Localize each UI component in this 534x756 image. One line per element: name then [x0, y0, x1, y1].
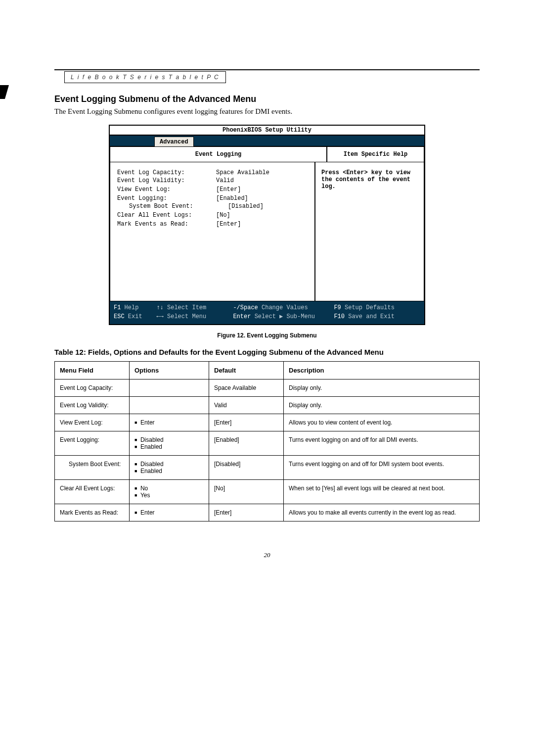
- cell-menu-field: Mark Events as Read:: [55, 504, 130, 521]
- cell-default: [Enabled]: [209, 431, 284, 456]
- bios-setting-label: View Event Log:: [117, 186, 216, 193]
- cell-options: DisabledEnabled: [130, 431, 209, 456]
- cell-default: Valid: [209, 397, 284, 414]
- cell-description: Display only.: [284, 379, 480, 397]
- bios-setting-label: Mark Events as Read:: [117, 221, 216, 228]
- cell-menu-field: Event Log Validity:: [55, 397, 130, 414]
- table-row: System Boot Event:DisabledEnabled[Disabl…: [55, 456, 480, 480]
- bios-setting-value: [Enter]: [216, 186, 241, 193]
- th-default: Default: [209, 362, 284, 379]
- bios-footer-hint: F10 Save and Exit: [334, 312, 416, 321]
- cell-default: Space Available: [209, 379, 284, 397]
- product-header: L i f e B o o k T S e r i e s T a b l e …: [64, 71, 226, 83]
- th-description: Description: [284, 362, 480, 379]
- cell-description: Allows you to make all events currently …: [284, 504, 480, 521]
- bios-settings-pane: Event Log Capacity:Space AvailableEvent …: [110, 162, 315, 301]
- bios-setting-row: Mark Events as Read:[Enter]: [117, 221, 308, 228]
- bios-setting-row: Clear All Event Logs:[No]: [117, 212, 308, 219]
- section-intro: The Event Logging Submenu configures eve…: [54, 107, 480, 116]
- cell-description: When set to [Yes] all event logs will be…: [284, 480, 480, 504]
- bios-footer-hint: ESC Exit: [114, 312, 152, 321]
- top-rule: [54, 69, 480, 70]
- figure-caption: Figure 12. Event Logging Submenu: [54, 332, 480, 339]
- page-number: 20: [54, 551, 480, 559]
- cell-description: Turns event logging on and off for DMI s…: [284, 456, 480, 480]
- bios-setting-row: System Boot Event:[Disabled]: [117, 203, 308, 210]
- bios-setting-label: Event Log Capacity:: [117, 169, 216, 176]
- bios-setting-label: System Boot Event:: [117, 203, 228, 210]
- section-title: Event Logging Submenu of the Advanced Me…: [54, 94, 480, 104]
- document-page: L i f e B o o k T S e r i e s T a b l e …: [0, 0, 534, 589]
- option-item: Enter: [134, 419, 204, 426]
- bios-setting-value: Valid: [216, 177, 234, 184]
- cell-menu-field: Clear All Event Logs:: [55, 480, 130, 504]
- cell-default: [No]: [209, 480, 284, 504]
- bios-footer-hint: ↑↓ Select Item: [156, 303, 229, 312]
- bios-setting-value: [No]: [216, 212, 230, 219]
- cell-default: [Enter]: [209, 504, 284, 521]
- bios-setting-row: Event Log Validity:Valid: [117, 177, 308, 184]
- bios-setting-value: [Enter]: [216, 221, 241, 228]
- cell-default: [Disabled]: [209, 456, 284, 480]
- bios-menubar: Advanced: [110, 136, 424, 146]
- option-item: Enabled: [134, 468, 204, 474]
- bios-setting-label: Event Log Validity:: [117, 177, 216, 184]
- bios-screenshot: PhoenixBIOS Setup Utility Advanced Event…: [109, 125, 425, 325]
- bios-footer-hint: F9 Setup Defaults: [334, 303, 416, 312]
- option-item: Disabled: [134, 436, 204, 443]
- cell-default: [Enter]: [209, 414, 284, 431]
- cell-options: DisabledEnabled: [130, 456, 209, 480]
- table-row: Clear All Event Logs:NoYes[No]When set t…: [55, 480, 480, 504]
- bios-footer-hint: F1 Help: [114, 303, 152, 312]
- bios-footer-hint: -/Space Change Values: [233, 303, 330, 312]
- bios-right-heading: Item Specific Help: [327, 147, 424, 162]
- cell-options: [130, 397, 209, 414]
- cell-options: Enter: [130, 504, 209, 521]
- cell-options: [130, 379, 209, 397]
- bios-footer-hint: ←→ Select Menu: [156, 312, 229, 321]
- cell-options: Enter: [130, 414, 209, 431]
- th-menu-field: Menu Field: [55, 362, 130, 379]
- th-options: Options: [130, 362, 209, 379]
- cell-description: Display only.: [284, 397, 480, 414]
- table-row: Event Log Capacity:Space AvailableDispla…: [55, 379, 480, 397]
- cell-menu-field: View Event Log:: [55, 414, 130, 431]
- option-item: Enter: [134, 509, 204, 516]
- cell-menu-field: Event Logging:: [55, 431, 130, 456]
- cell-description: Turns event logging on and off for all D…: [284, 431, 480, 456]
- bios-setting-row: Event Logging:[Enabled]: [117, 195, 308, 202]
- cell-menu-field: Event Log Capacity:: [55, 379, 130, 397]
- bios-setting-value: [Enabled]: [216, 195, 248, 202]
- table-title: Table 12: Fields, Options and Defaults f…: [54, 348, 480, 356]
- options-table: Menu Field Options Default Description E…: [54, 361, 480, 521]
- cell-description: Allows you to view content of event log.: [284, 414, 480, 431]
- cell-options: NoYes: [130, 480, 209, 504]
- bios-title: PhoenixBIOS Setup Utility: [110, 126, 424, 136]
- table-row: View Event Log:Enter[Enter]Allows you to…: [55, 414, 480, 431]
- bios-setting-row: Event Log Capacity:Space Available: [117, 169, 308, 176]
- bios-left-heading: Event Logging: [110, 147, 327, 162]
- cell-menu-field: System Boot Event:: [55, 456, 130, 480]
- table-row: Event Log Validity:ValidDisplay only.: [55, 397, 480, 414]
- option-item: No: [134, 485, 204, 492]
- option-item: Yes: [134, 492, 204, 499]
- bios-setting-label: Clear All Event Logs:: [117, 212, 216, 219]
- bios-help-pane: Press <Enter> key to view the contents o…: [315, 162, 424, 301]
- bios-footer: F1 Help↑↓ Select Item-/Space Change Valu…: [110, 301, 424, 324]
- bios-setting-value: [Disabled]: [228, 203, 264, 210]
- bios-active-tab: Advanced: [154, 137, 194, 146]
- bios-setting-value: Space Available: [216, 169, 269, 176]
- table-row: Mark Events as Read:Enter[Enter]Allows y…: [55, 504, 480, 521]
- bios-setting-row: View Event Log:[Enter]: [117, 186, 308, 193]
- option-item: Disabled: [134, 461, 204, 468]
- table-row: Event Logging:DisabledEnabled[Enabled]Tu…: [55, 431, 480, 456]
- bios-setting-label: Event Logging:: [117, 195, 216, 202]
- bios-footer-hint: Enter Select ▶ Sub-Menu: [233, 312, 330, 321]
- option-item: Enabled: [134, 443, 204, 450]
